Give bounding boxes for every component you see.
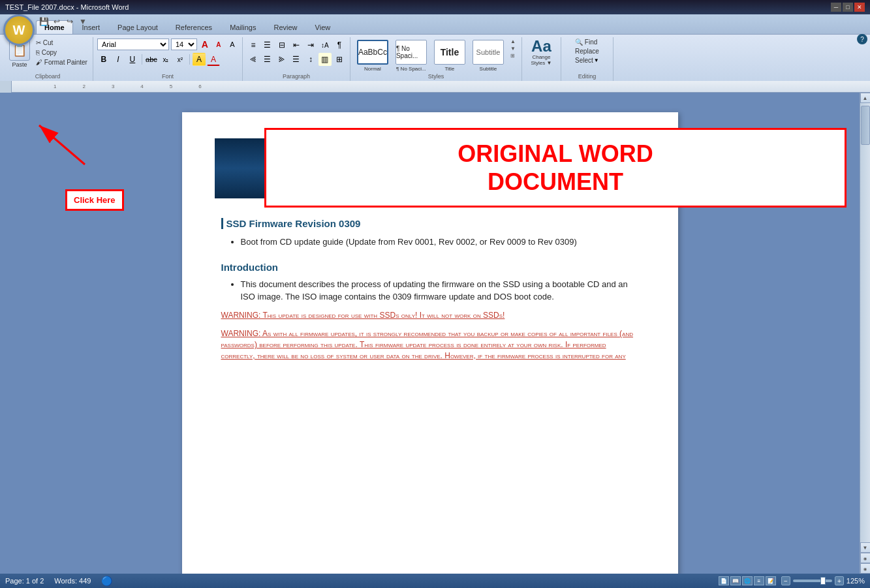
zoom-in-btn[interactable]: + [835, 576, 844, 585]
change-styles-content: Aa ChangeStyles ▼ [531, 39, 552, 80]
copy-button[interactable]: ⎘ Copy [35, 48, 89, 57]
format-painter-button[interactable]: 🖌 Format Painter [35, 58, 89, 67]
tab-view[interactable]: View [307, 20, 339, 34]
select-dropdown-arrow[interactable]: ▼ [594, 57, 599, 63]
change-styles-label: ChangeStyles ▼ [531, 54, 552, 66]
select-button[interactable]: Select [575, 57, 593, 64]
zoom-slider[interactable] [793, 580, 832, 582]
font-shrink-btn[interactable]: A [213, 39, 225, 50]
increase-indent-btn[interactable]: ⇥ [304, 39, 317, 52]
style-title-preview: Title [434, 40, 465, 65]
show-marks-btn[interactable]: ¶ [333, 39, 346, 52]
styles-group: AaBbCc Normal ¶ No Spaci... ¶ No Spaci..… [350, 37, 522, 81]
doc-bullet-item-1: Boot from CD update guide (Update from R… [241, 236, 639, 249]
superscript-button[interactable]: x² [174, 53, 187, 66]
change-styles-button[interactable]: Aa ChangeStyles ▼ [531, 39, 552, 66]
font-clear-btn[interactable]: A [226, 39, 238, 50]
highlight-button[interactable]: A [193, 53, 206, 66]
style-no-spacing-label: ¶ No Spaci... [396, 66, 426, 72]
main-area: Click Here ORIGINAL WORD DOCUMENT Firmwa… [0, 93, 870, 574]
ruler-marks: 1 2 3 4 5 6 [12, 84, 870, 89]
window-controls: ─ □ ✕ [831, 3, 865, 12]
tab-mailings[interactable]: Mailings [221, 20, 264, 34]
ruler-corner [0, 81, 12, 93]
outline-btn[interactable]: ≡ [754, 576, 764, 585]
bullets-button[interactable]: ≡ [247, 39, 260, 52]
full-reading-btn[interactable]: 📖 [730, 576, 741, 585]
decrease-indent-btn[interactable]: ⇤ [290, 39, 303, 52]
next-page-btn[interactable]: ◉ [860, 563, 871, 574]
orig-doc-title: ORIGINAL WORD DOCUMENT [279, 140, 831, 196]
font-size-select[interactable]: 14 [171, 39, 197, 50]
style-no-spacing[interactable]: ¶ No Spaci... ¶ No Spaci... [393, 39, 429, 73]
scroll-up-btn[interactable]: ▲ [860, 93, 871, 103]
minimize-button[interactable]: ─ [831, 3, 841, 12]
ruler: 1 2 3 4 5 6 [0, 81, 870, 93]
font-grow-btn[interactable]: A [199, 39, 211, 50]
draft-btn[interactable]: 📝 [766, 576, 776, 585]
multilevel-button[interactable]: ⊟ [275, 39, 288, 52]
align-center-btn[interactable]: ☰ [261, 53, 274, 66]
align-right-btn[interactable]: ⫸ [275, 53, 288, 66]
strikethrough-button[interactable]: abc [145, 53, 158, 66]
svg-line-1 [39, 125, 85, 164]
web-layout-btn[interactable]: 🌐 [742, 576, 753, 585]
word-count: Words: 449 [54, 577, 91, 585]
subscript-button[interactable]: x₂ [159, 53, 172, 66]
style-normal-preview: AaBbCc [357, 40, 388, 65]
replace-button[interactable]: Replace [575, 48, 599, 55]
paragraph-group: ≡ ☰ ⊟ ⇤ ⇥ ↕A ¶ ⫷ ☰ ⫸ ☰ ↕ ▥ ⊞ [243, 37, 350, 81]
sort-button[interactable]: ↕A [318, 39, 332, 52]
click-here-text: Click Here [74, 195, 116, 205]
styles-scroll-up[interactable]: ▲ [510, 39, 516, 44]
zoom-out-btn[interactable]: − [781, 576, 790, 585]
line-spacing-btn[interactable]: ↕ [304, 53, 317, 66]
scroll-down-btn[interactable]: ▼ [860, 542, 871, 553]
zoom-controls: − + 125% [781, 576, 865, 585]
numbering-button[interactable]: ☰ [261, 39, 274, 52]
find-button[interactable]: 🔍 Find [575, 39, 597, 46]
font-color-button[interactable]: A [207, 53, 220, 66]
styles-scroll-expand[interactable]: ⊞ [510, 53, 515, 59]
close-button[interactable]: ✕ [854, 3, 865, 12]
view-buttons: 📄 📖 🌐 ≡ 📝 [719, 576, 776, 585]
spell-check-icon[interactable]: 🔵 [101, 576, 112, 586]
style-title[interactable]: Title Title [431, 39, 468, 73]
change-styles-group: Aa ChangeStyles ▼ [522, 37, 561, 81]
font-group: Arial 14 A A A B I U abc x₂ x² A A [93, 37, 243, 81]
paragraph-label: Paragraph [283, 73, 310, 80]
styles-scroll-down[interactable]: ▼ [510, 46, 516, 52]
prev-page-btn[interactable]: ◉ [860, 553, 871, 563]
click-here-arrow [20, 112, 124, 191]
more-quick-btn[interactable]: ▼ [77, 16, 89, 27]
scroll-thumb[interactable] [861, 106, 870, 145]
save-quick-btn[interactable]: 💾 [38, 16, 50, 27]
bold-button[interactable]: B [97, 53, 110, 66]
select-container: Select ▼ [575, 57, 599, 64]
styles-label: Styles [428, 73, 444, 80]
ribbon: 📋 Paste ✂ Cut ⎘ Copy 🖌 Format Painter Cl… [0, 34, 870, 81]
print-layout-btn[interactable]: 📄 [719, 576, 729, 585]
separator-1 [142, 54, 142, 65]
tab-references[interactable]: References [167, 20, 221, 34]
redo-quick-btn[interactable]: ↪ [64, 16, 76, 27]
style-subtitle[interactable]: Subtitle Subtitle [470, 39, 506, 73]
office-button[interactable]: W [3, 14, 35, 46]
vertical-scrollbar[interactable]: ▲ ▼ ◉ ◉ [860, 93, 870, 574]
undo-quick-btn[interactable]: ↩ [51, 16, 63, 27]
cut-button[interactable]: ✂ Cut [35, 39, 89, 47]
tab-page-layout[interactable]: Page Layout [109, 20, 166, 34]
tab-review[interactable]: Review [265, 20, 305, 34]
underline-button[interactable]: U [126, 53, 139, 66]
maximize-button[interactable]: □ [843, 3, 853, 12]
font-name-select[interactable]: Arial [97, 39, 169, 50]
shading-btn[interactable]: ▥ [318, 53, 332, 66]
style-normal[interactable]: AaBbCc Normal [354, 39, 391, 73]
zoom-slider-thumb[interactable] [820, 577, 826, 585]
border-btn[interactable]: ⊞ [333, 53, 346, 66]
help-button[interactable]: ? [857, 34, 867, 44]
justify-btn[interactable]: ☰ [290, 53, 303, 66]
italic-button[interactable]: I [112, 53, 125, 66]
align-left-btn[interactable]: ⫷ [247, 53, 260, 66]
doc-warning-1: WARNING: This update is designed for use… [221, 310, 639, 321]
